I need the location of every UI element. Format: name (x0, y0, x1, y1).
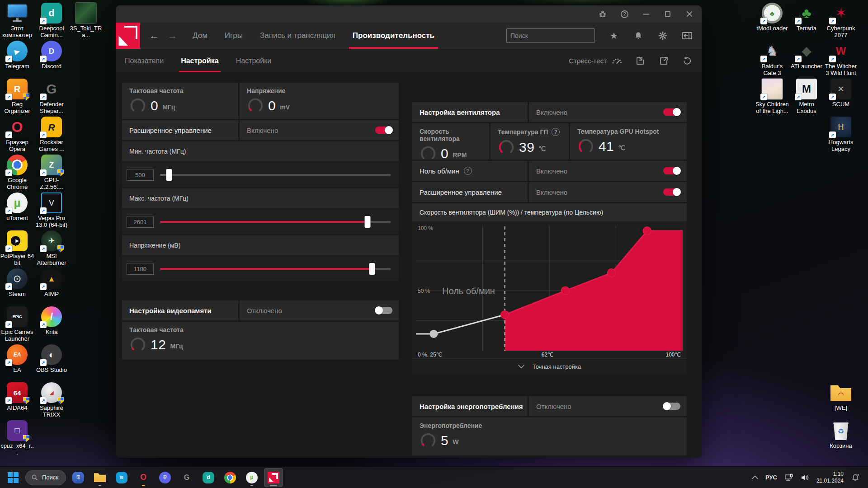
desktop-icon-sky-children[interactable]: ↗Sky Children of the Ligh... (755, 79, 789, 115)
advanced-control-toggle[interactable] (375, 127, 392, 134)
back-arrow-icon[interactable]: ← (147, 30, 161, 42)
search-box[interactable] (506, 28, 595, 43)
taskbar-app-microsoft-store[interactable]: ⊞ (112, 468, 131, 487)
desktop-icon-hogwarts-legacy[interactable]: H↗Hogwarts Legacy (824, 117, 858, 153)
fan-advanced-toggle[interactable] (663, 188, 680, 196)
taskbar-search[interactable]: Поиск (25, 470, 66, 485)
max-freq-slider[interactable] (160, 221, 391, 223)
desktop-icon-witcher-3[interactable]: W↗The Witcher 3 Wild Hunt -... (824, 41, 858, 84)
desktop-icon-tmodloader[interactable]: ♣↗tModLoader (755, 3, 789, 32)
desktop-icon-recycle-bin[interactable]: ♻Корзина (824, 420, 858, 450)
tray-chevron-up-icon[interactable] (752, 475, 758, 479)
desktop-icon-gpu-z[interactable]: Z↗GPU-Z.2.56.... (34, 155, 69, 191)
desktop-icon-potplayer[interactable]: ▶↗PotPlayer 64 bit (0, 230, 34, 267)
amd-logo[interactable] (116, 23, 140, 49)
taskbar-app-google-chrome[interactable] (221, 468, 240, 487)
search-input[interactable] (510, 32, 592, 39)
desktop-icon-utorrent[interactable]: µ↗uTorrent (0, 192, 34, 222)
desktop-icon-3s-toki-image[interactable]: 3S_Toki_TRa... (69, 3, 103, 39)
tab-home[interactable]: Дом (187, 23, 213, 49)
collapse-panel-icon[interactable] (682, 30, 693, 41)
desktop-icon-baldurs-gate-3[interactable]: ♞↗Baldur's Gate 3 (755, 41, 789, 77)
desktop-icon-epic-games[interactable]: EPIC↗Epic Games Launcher (0, 306, 34, 343)
taskbar-app-opera[interactable]: O (134, 468, 153, 487)
desktop-icon-krita[interactable]: /↗Krita (34, 306, 69, 336)
zero-rpm-help-icon[interactable]: ? (464, 167, 472, 175)
desktop-icon-telegram[interactable]: ▶↗Telegram (0, 41, 34, 70)
fan-curve-chart[interactable]: 100 %50 %0 %, 25℃62℃100℃Ноль об/мин (416, 223, 683, 358)
minimize-button[interactable] (638, 8, 654, 20)
volume-icon[interactable] (801, 474, 809, 481)
desktop-icon-label: EA (0, 367, 34, 374)
desktop-icon-ea[interactable]: EA↗EA (0, 344, 34, 374)
desktop-icon-this-pc[interactable]: Этот компьютер (0, 3, 34, 39)
desktop-icon-we-folder[interactable]: ◠[WE] (824, 382, 858, 412)
tab-record-stream[interactable]: Запись и трансляция (255, 23, 341, 49)
voltage-slider[interactable] (160, 268, 391, 270)
vram-tuning-toggle[interactable] (375, 307, 392, 314)
desktop-icon-rockstar-games[interactable]: R↗Rockstar Games ... (34, 117, 69, 153)
desktop-icon-cpu-z[interactable]: □cpuz_x64_r... (0, 420, 34, 456)
desktop-icon-obs-studio[interactable]: ◐↗OBS Studio (34, 344, 69, 374)
taskbar-app-utorrent[interactable]: µ (242, 468, 261, 487)
taskbar-clock[interactable]: 1:10 21.01.2024 (816, 471, 844, 484)
desktop-icon-sapphire-trixx[interactable]: ◢↗Sapphire TRIXX (34, 382, 69, 418)
share-export-icon[interactable] (658, 56, 669, 66)
desktop-icon-defender-shepard[interactable]: G↗Defender Shepar... (34, 79, 69, 115)
vram-tuning-row: Настройка видеопамяти Отключено (122, 300, 399, 320)
settings-gear-icon[interactable] (657, 30, 668, 41)
subtab-tuning[interactable]: Настройка (179, 49, 220, 72)
tab-performance[interactable]: Производительность (347, 23, 440, 49)
min-freq-input[interactable] (127, 169, 154, 181)
desktop-icon-reg-organizer[interactable]: R↗Reg Organizer (0, 79, 34, 115)
taskbar-app-deepcool[interactable]: d (199, 468, 218, 487)
desktop-icon-vegas-pro[interactable]: V↗Vegas Pro 13.0 (64-bit) (34, 192, 69, 229)
tab-games[interactable]: Игры (219, 23, 248, 49)
power-tuning-toggle[interactable] (663, 403, 680, 410)
network-icon[interactable] (784, 474, 793, 482)
start-button[interactable] (4, 468, 23, 487)
desktop-icon-opera-browser[interactable]: O↗Браузер Opera (0, 117, 34, 153)
desktop-icon-steam[interactable]: ⊙↗Steam (0, 268, 34, 298)
voltage-slider-row (122, 257, 399, 281)
shortcut-arrow-icon: ↗ (40, 245, 47, 252)
zero-rpm-toggle[interactable] (663, 167, 680, 174)
subtab-metrics[interactable]: Показатели (123, 49, 165, 72)
bug-report-icon[interactable] (595, 8, 610, 20)
fine-tuning-button[interactable]: Точная настройка (412, 358, 687, 375)
fan-tuning-toggle[interactable] (663, 108, 680, 116)
taskbar-app-calculator[interactable]: ⊞ (69, 468, 88, 487)
desktop-icon-cyberpunk-2077[interactable]: ✶↗Cyberpunk 2077 (824, 3, 858, 39)
taskbar-app-discord[interactable]: D (156, 468, 175, 487)
reset-icon[interactable] (682, 56, 693, 66)
gpu-temp-help-icon[interactable]: ? (552, 128, 560, 136)
desktop-icon-deepcool-gaming[interactable]: d↗Deepcool Gamin... (34, 3, 69, 39)
forward-arrow-icon[interactable]: → (165, 30, 179, 42)
notifications-bell-icon[interactable] (633, 30, 644, 41)
desktop-icon-discord[interactable]: D↗Discord (34, 41, 69, 70)
desktop-icon-google-chrome[interactable]: ↗Google Chrome (0, 155, 34, 191)
favorites-star-icon[interactable]: ★ (609, 30, 619, 41)
desktop-icon-metro-exodus[interactable]: M↗Metro Exodus (789, 79, 824, 115)
close-button[interactable] (682, 8, 697, 20)
desktop-icon-msi-afterburner[interactable]: ✈↗MSI Afterburner (34, 230, 69, 267)
stress-test-button[interactable]: Стресс-тест (569, 56, 622, 66)
desktop-icon-terraria[interactable]: ♣↗Terraria (789, 3, 824, 32)
taskbar-app-file-explorer[interactable] (90, 468, 109, 487)
maximize-button[interactable] (660, 8, 675, 20)
min-freq-slider[interactable] (160, 174, 391, 176)
max-freq-input[interactable] (127, 216, 154, 228)
desktop-icon-atlauncher[interactable]: ◆↗ATLauncher (789, 41, 824, 70)
subtab-settings[interactable]: Настройки (234, 49, 273, 72)
language-indicator[interactable]: РУС (765, 474, 777, 481)
desktop-icon-aida64[interactable]: 64↗AIDA64 (0, 382, 34, 412)
desktop-icon-scum[interactable]: ✕↗SCUM (824, 79, 858, 108)
taskbar-app-defender-shepard[interactable]: G (177, 468, 196, 487)
taskbar-app-amd-software[interactable] (264, 468, 283, 487)
import-profile-icon[interactable] (635, 56, 646, 66)
help-icon[interactable]: ? (617, 8, 632, 20)
notification-bell-icon[interactable]: z (851, 473, 860, 482)
desktop-icon-aimp[interactable]: ▲↗AIMP (34, 268, 69, 298)
desktop-icon-label: Hogwarts Legacy (824, 139, 858, 153)
voltage-input[interactable] (127, 263, 154, 275)
